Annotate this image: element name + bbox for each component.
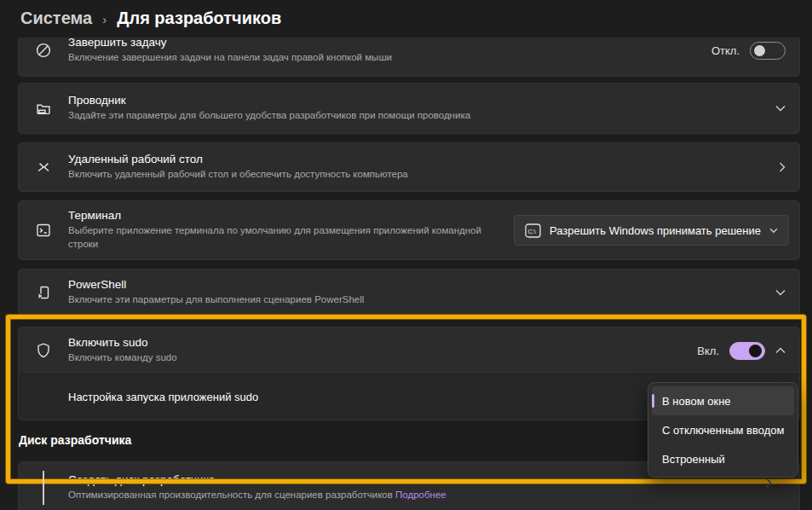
- setting-row-terminal[interactable]: Терминал Выберите приложение терминала п…: [18, 200, 800, 260]
- page-title: Для разработчиков: [117, 9, 281, 28]
- breadcrumb-system[interactable]: Система: [20, 9, 92, 28]
- sudo-toggle[interactable]: [729, 342, 765, 360]
- toggle-state-label: Откл.: [711, 44, 740, 57]
- menu-item-label: С отключенным вводом: [662, 424, 784, 437]
- setting-row-powershell[interactable]: PowerShell Включите эти параметры для вы…: [18, 269, 800, 316]
- row-subtitle: Включить команду sudo: [68, 351, 687, 365]
- dev-drive-icon: [19, 471, 68, 505]
- chevron-right-icon[interactable]: [765, 478, 772, 488]
- row-subtitle: Включение завершения задачи на панели за…: [68, 51, 701, 65]
- learn-more-link[interactable]: Подробнее: [395, 490, 446, 500]
- breadcrumb: Система › Для разработчиков: [20, 9, 281, 28]
- end-task-toggle[interactable]: [750, 42, 786, 60]
- svg-text:C:\: C:\: [527, 227, 536, 235]
- toggle-knob: [749, 345, 762, 357]
- setting-row-remote-desktop[interactable]: Удаленный рабочий стол Включить удаленны…: [18, 142, 800, 192]
- shield-icon: [19, 342, 68, 359]
- menu-item-label: Встроенный: [662, 453, 725, 466]
- row-subtitle: Выберите приложение терминала по умолчан…: [68, 224, 498, 251]
- terminal-dropdown-value: Разрешить Windows принимать решение: [550, 224, 761, 237]
- row-title: Завершить задачу: [68, 38, 701, 49]
- menu-item-inline[interactable]: Встроенный: [652, 444, 794, 473]
- row-title: Настройка запуска приложений sudo: [68, 391, 258, 403]
- sudo-launch-dropdown-menu: В новом окне С отключенным вводом Встрое…: [648, 382, 798, 478]
- row-subtitle: Задайте эти параметры для большего удобс…: [68, 109, 765, 123]
- toggle-knob: [754, 45, 765, 56]
- menu-item-input-disabled[interactable]: С отключенным вводом: [652, 415, 794, 444]
- setting-row-end-task[interactable]: Завершить задачу Включение завершения за…: [18, 38, 800, 77]
- breadcrumb-separator-icon: ›: [102, 10, 107, 26]
- row-subtitle: Оптимизированная производительность для …: [68, 489, 789, 502]
- folder-icon: [19, 100, 68, 117]
- chevron-down-icon[interactable]: [775, 289, 786, 296]
- remote-desktop-icon: [19, 159, 68, 176]
- setting-row-explorer[interactable]: Проводник Задайте эти параметры для боль…: [18, 83, 800, 134]
- row-subtitle-text: Оптимизированная производительность для …: [68, 490, 393, 500]
- row-title: Проводник: [68, 94, 765, 107]
- row-title: Удаленный рабочий стол: [68, 153, 769, 165]
- row-title: Терминал: [68, 209, 504, 222]
- chevron-down-icon[interactable]: [775, 105, 786, 112]
- setting-row-enable-sudo[interactable]: Включить sudo Включить команду sudo Вкл.: [19, 327, 799, 374]
- cmd-icon: C:\: [525, 223, 541, 239]
- chevron-down-icon: [769, 228, 778, 234]
- menu-item-new-window[interactable]: В новом окне: [652, 386, 794, 415]
- chevron-up-icon[interactable]: [775, 347, 786, 354]
- settings-list: Завершить задачу Включение завершения за…: [0, 38, 812, 510]
- row-subtitle: Включите эти параметры для выполнения сц…: [68, 293, 765, 307]
- toggle-state-label: Вкл.: [697, 345, 719, 357]
- chevron-right-icon[interactable]: [779, 162, 786, 172]
- powershell-icon: [19, 284, 68, 301]
- row-subtitle: Включить удаленный рабочий стол и обеспе…: [68, 168, 769, 182]
- section-header-dev-drive: Диск разработчика: [19, 433, 131, 447]
- terminal-default-dropdown[interactable]: C:\ Разрешить Windows принимать решение: [514, 215, 789, 246]
- selection-indicator: [652, 394, 654, 408]
- row-title: PowerShell: [68, 278, 765, 291]
- terminal-icon: [19, 222, 68, 239]
- menu-item-label: В новом окне: [662, 395, 731, 408]
- block-icon: [19, 42, 68, 59]
- row-title: Включить sudo: [68, 336, 687, 349]
